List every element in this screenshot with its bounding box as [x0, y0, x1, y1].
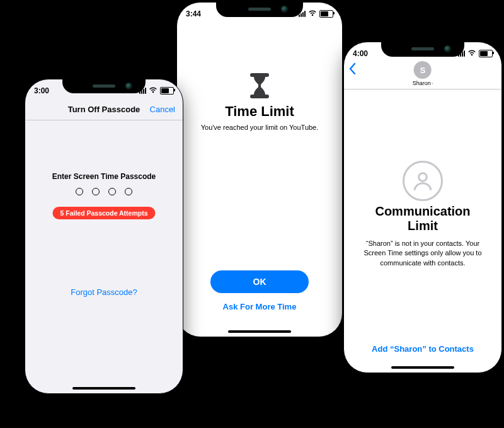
status-time: 4:00: [353, 49, 368, 58]
signal-icon: [139, 88, 146, 94]
home-indicator[interactable]: [391, 366, 454, 369]
divider: [25, 120, 183, 120]
home-indicator[interactable]: [72, 387, 135, 390]
status-right: [458, 49, 493, 58]
contact-header[interactable]: S Sharon ›: [413, 61, 433, 86]
person-placeholder-icon: [403, 161, 443, 201]
status-time: 3:00: [34, 86, 49, 95]
chevron-right-icon: ›: [432, 81, 433, 86]
chevron-left-icon: [348, 62, 357, 75]
status-bar: 3:44: [177, 8, 342, 20]
battery-icon: [160, 87, 174, 95]
time-limit-heading: Time Limit: [177, 103, 342, 120]
passcode-dot: [108, 188, 116, 195]
hourglass-icon: [249, 73, 270, 98]
nav-title: Turn Off Passcode: [68, 105, 140, 114]
status-bar: 4:00: [344, 47, 501, 60]
home-indicator[interactable]: [228, 330, 291, 333]
comm-limit-subtext: “Sharon” is not in your contacts. Your S…: [344, 239, 501, 268]
battery-icon: [319, 10, 333, 18]
signal-icon: [299, 11, 306, 17]
status-right: [299, 9, 333, 18]
phone-time-limit: 3:44 Time Limit You've reached your limi…: [176, 2, 343, 337]
status-right: [139, 86, 174, 95]
passcode-dots[interactable]: [25, 188, 183, 195]
error-badge: 5 Failed Passcode Attempts: [52, 207, 155, 219]
divider: [344, 89, 501, 90]
battery-icon: [479, 50, 493, 57]
passcode-dot: [76, 188, 83, 195]
wifi-icon: [467, 49, 476, 58]
contact-name-row: Sharon ›: [413, 80, 433, 86]
back-button[interactable]: [348, 62, 357, 77]
navbar: Turn Off Passcode Cancel: [25, 98, 183, 120]
wifi-icon: [308, 9, 317, 18]
status-bar: 3:00: [25, 84, 183, 97]
passcode-prompt: Enter Screen Time Passcode: [25, 172, 183, 181]
wifi-icon: [149, 86, 158, 95]
forgot-passcode-link[interactable]: Forgot Passcode?: [25, 287, 183, 297]
signal-icon: [458, 50, 465, 57]
passcode-dot: [125, 188, 132, 195]
comm-limit-heading: Communication Limit: [344, 204, 501, 233]
phone-communication-limit: 4:00 S Sharon › Communication Limit “Sha…: [343, 42, 502, 373]
svg-point-0: [419, 173, 427, 182]
contact-name: Sharon: [413, 80, 431, 86]
status-time: 3:44: [186, 9, 201, 18]
phone-passcode: 3:00 Turn Off Passcode Cancel Enter Scre…: [25, 79, 183, 394]
ok-button[interactable]: OK: [210, 270, 309, 293]
ask-more-time-link[interactable]: Ask For More Time: [177, 302, 342, 311]
add-to-contacts-link[interactable]: Add “Sharon” to Contacts: [344, 344, 501, 354]
time-limit-subtext: You've reached your limit on YouTube.: [177, 124, 342, 131]
passcode-dot: [92, 188, 100, 195]
avatar-icon: S: [414, 61, 432, 79]
cancel-button[interactable]: Cancel: [150, 105, 175, 114]
